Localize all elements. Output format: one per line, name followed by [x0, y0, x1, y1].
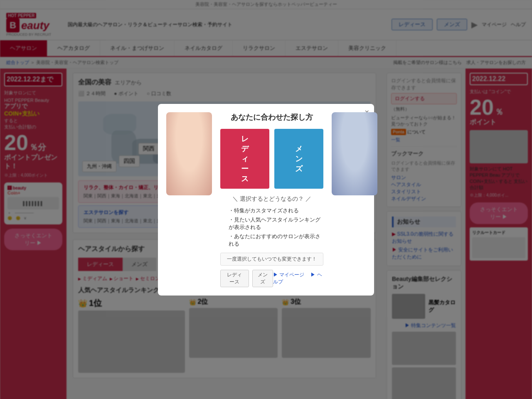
modal-title: あなたに合わせた探し方 [220, 112, 323, 122]
modal-bottom-mens[interactable]: メンズ [252, 270, 273, 287]
modal-bottom-links: レディース メンズ ▶ マイページ ▶ ヘルプ [220, 270, 323, 287]
modal-bullets-list: 特集がカスタマイズされる 見たい人気ヘアスタイルランキングが表示される あなたに… [220, 207, 323, 248]
modal-hint: ＼ 選択するとどうなるの？ ／ [220, 195, 323, 203]
modal-ladies-button[interactable]: レディース [220, 129, 269, 189]
modal-select-hint: 一度選択してもいつでも変更できます！ [220, 253, 323, 266]
modal-nav-links: ▶ マイページ ▶ ヘルプ [273, 271, 323, 286]
gender-selection-modal: × あなたに合わせた探し方 レディース メンズ ＼ 選択するとどうなるの？ ／ [158, 104, 374, 296]
modal-bottom-tabs: レディース メンズ [220, 270, 273, 287]
modal-overlay[interactable]: × あなたに合わせた探し方 レディース メンズ ＼ 選択するとどうなるの？ ／ [0, 0, 532, 399]
woman-face-image [166, 112, 212, 195]
modal-bullet-3: あなたにおすすめのサロンが表示される [229, 233, 323, 248]
man-face-image [332, 112, 377, 195]
modal-bottom-ladies[interactable]: レディース [220, 270, 249, 287]
modal-mypage-link[interactable]: ▶ マイページ [273, 272, 304, 278]
modal-bullet-2: 見たい人気ヘアスタイルランキングが表示される [229, 216, 323, 231]
modal-bullet-1: 特集がカスタマイズされる [229, 207, 323, 214]
modal-mens-button[interactable]: メンズ [274, 129, 323, 189]
modal-gender-buttons: レディース メンズ [220, 129, 323, 189]
